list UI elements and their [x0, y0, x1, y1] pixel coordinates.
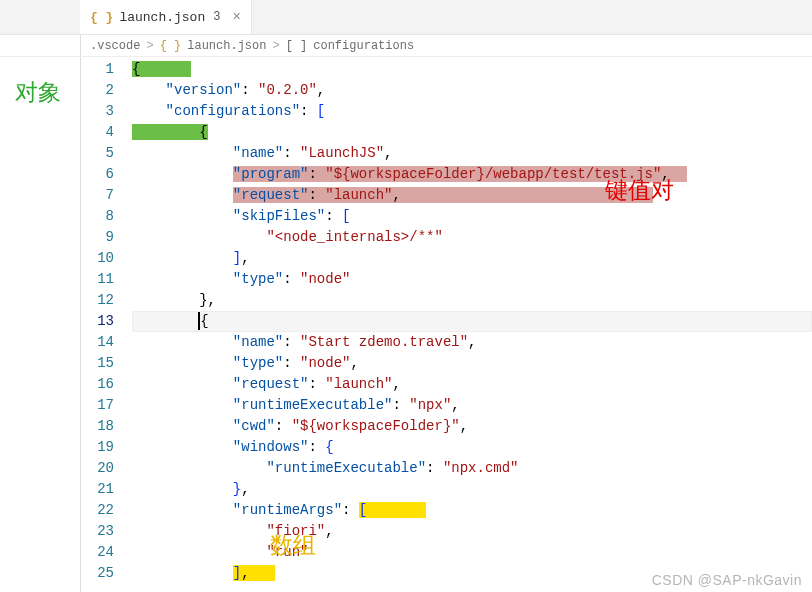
code-line: "skipFiles": [ [132, 206, 812, 227]
code-line: "cwd": "${workspaceFolder}", [132, 416, 812, 437]
code-line: "configurations": [ [132, 101, 812, 122]
breadcrumb-file[interactable]: launch.json [187, 39, 266, 53]
code-line-active: { [132, 311, 812, 332]
tab-bar: { } launch.json 3 × [0, 0, 812, 35]
code-line: "request": "launch", [132, 185, 812, 206]
code-line: }, [132, 479, 812, 500]
code-line: "program": "${workspaceFolder}/webapp/te… [132, 164, 812, 185]
code-line: "name": "LaunchJS", [132, 143, 812, 164]
code-line: "run" [132, 542, 812, 563]
chevron-right-icon: > [146, 39, 153, 53]
editor[interactable]: 1234 5678 9101112 13141516 17181920 2122… [0, 57, 812, 592]
array-icon: [ ] [286, 39, 308, 53]
code-line: ], [132, 248, 812, 269]
json-icon: { } [160, 39, 182, 53]
breadcrumb[interactable]: .vscode > { } launch.json > [ ] configur… [0, 35, 812, 57]
code-line: "<node_internals>/**" [132, 227, 812, 248]
file-tab[interactable]: { } launch.json 3 × [80, 0, 252, 34]
close-icon[interactable]: × [232, 9, 240, 25]
code-line: }, [132, 290, 812, 311]
breadcrumb-folder[interactable]: .vscode [90, 39, 140, 53]
code-line: "runtimeExecutable": "npx", [132, 395, 812, 416]
code-line: "type": "node", [132, 353, 812, 374]
code-line: "name": "Start zdemo.travel", [132, 332, 812, 353]
code-line: "runtimeExecutable": "npx.cmd" [132, 458, 812, 479]
code-line: "windows": { [132, 437, 812, 458]
code-line: "version": "0.2.0", [132, 80, 812, 101]
code-line: { [132, 59, 812, 80]
watermark: CSDN @SAP-nkGavin [652, 572, 802, 588]
tab-modified-badge: 3 [213, 10, 220, 24]
code-line: { [132, 122, 812, 143]
code-line: "request": "launch", [132, 374, 812, 395]
json-icon: { } [90, 10, 113, 25]
chevron-right-icon: > [272, 39, 279, 53]
code-line: "type": "node" [132, 269, 812, 290]
code-area[interactable]: { "version": "0.2.0", "configurations": … [132, 57, 812, 592]
line-number-gutter: 1234 5678 9101112 13141516 17181920 2122… [0, 57, 132, 592]
breadcrumb-section[interactable]: configurations [313, 39, 414, 53]
code-line: "runtimeArgs": [ [132, 500, 812, 521]
code-line: "fiori", [132, 521, 812, 542]
tab-filename: launch.json [119, 10, 205, 25]
